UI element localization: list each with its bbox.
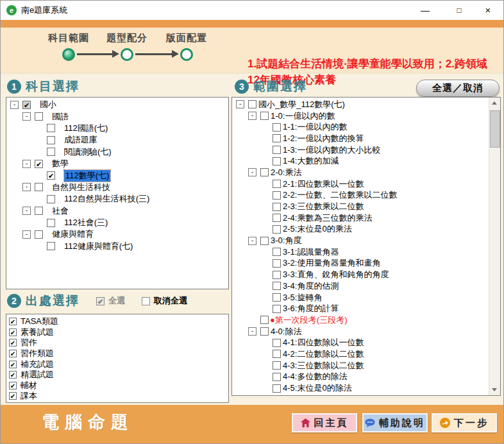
source-checkbox[interactable]: ✔	[9, 371, 17, 379]
tree-checkbox[interactable]	[273, 384, 281, 393]
tree-node-label[interactable]: 3-2:使用量角器量角和畫角	[283, 257, 380, 269]
select-all-toggle-button[interactable]: 全選／取消	[416, 80, 500, 97]
expand-collapse-icon[interactable]: -	[22, 112, 31, 121]
tree-checkbox[interactable]	[47, 219, 55, 227]
tree-node[interactable]: 1-4:大數的加減	[233, 155, 489, 167]
expand-collapse-icon[interactable]: -	[248, 327, 256, 336]
tree-node-label[interactable]: 數學	[52, 158, 69, 169]
help-button[interactable]: 輔助說明	[362, 413, 428, 432]
tree-checkbox[interactable]	[273, 191, 281, 200]
expand-collapse-icon[interactable]: -	[248, 237, 256, 245]
tree-node[interactable]: -社會	[8, 205, 228, 217]
scrollbar-thumb[interactable]	[490, 110, 500, 148]
tree-checkbox[interactable]	[273, 203, 281, 211]
tree-checkbox[interactable]	[260, 237, 269, 245]
tree-node-label[interactable]: 4-3:三位數除以二位數	[283, 360, 364, 371]
tree-checkbox[interactable]	[273, 373, 281, 381]
tree-node-label[interactable]: 112國語(七)	[64, 123, 108, 134]
minimize-button[interactable]: —	[414, 1, 436, 20]
tree-node[interactable]: -3-0:角度	[233, 235, 489, 246]
tree-node[interactable]: 3-5:旋轉角	[233, 292, 489, 303]
tree-node-label[interactable]: 1-1:一億以內的數	[283, 121, 347, 133]
tree-node-label[interactable]: 3-0:角度	[271, 235, 301, 246]
tree-node[interactable]: 2-1:四位數乘以一位數	[233, 178, 489, 190]
tree-checkbox[interactable]	[273, 248, 281, 256]
tree-node-label[interactable]: 自然與生活科技	[52, 182, 110, 193]
tree-node[interactable]: 3-1:認識量角器	[233, 246, 489, 258]
tree-node-label[interactable]: 4-0:除法	[271, 326, 301, 337]
tree-node[interactable]: -1-0:一億以內的數	[233, 110, 489, 122]
tree-node[interactable]: 112自然與生活科技(三)	[8, 193, 228, 205]
tree-node[interactable]: 2-5:末位是0的乘法	[233, 224, 489, 235]
tree-node-label[interactable]: 4-2:二位數除以二位數	[283, 348, 364, 360]
select-all-checkbox-icon[interactable]: ✔	[96, 297, 105, 305]
source-list-item[interactable]: ✔補充試題	[8, 359, 228, 370]
tree-node[interactable]: 1-2:一億以內數的換算	[233, 133, 489, 144]
tree-checkbox[interactable]	[35, 207, 43, 215]
tree-node-label[interactable]: 社會	[52, 205, 69, 217]
tree-node[interactable]: ✔112數學(七)	[8, 169, 228, 181]
tree-checkbox[interactable]: ✔	[22, 101, 31, 109]
source-checkbox[interactable]: ✔	[9, 392, 17, 400]
source-checkbox[interactable]: ✔	[9, 339, 17, 346]
tree-node-label[interactable]: 1-2:一億以內數的換算	[283, 133, 364, 144]
tree-node-label[interactable]: 112社會(三)	[64, 217, 108, 228]
source-list-item[interactable]: ✔習作	[8, 337, 228, 348]
next-step-button[interactable]: 下一步	[432, 413, 497, 432]
expand-collapse-icon[interactable]: -	[248, 168, 256, 176]
source-list-item[interactable]: ✔輔材	[8, 380, 228, 391]
scroll-up-icon[interactable]	[489, 98, 500, 108]
tree-checkbox[interactable]: ✔	[47, 171, 55, 180]
tree-node[interactable]: 3-3:直角、銳角和鈍角的角度	[233, 269, 489, 280]
tree-checkbox[interactable]	[47, 242, 55, 250]
tree-node[interactable]: 1-1:一億以內的數	[233, 121, 489, 133]
tree-checkbox[interactable]	[273, 134, 281, 142]
tree-checkbox[interactable]	[35, 183, 43, 191]
tree-checkbox[interactable]	[47, 148, 55, 156]
tree-node[interactable]: -4-0:除法	[233, 326, 489, 337]
tree-checkbox[interactable]	[273, 271, 281, 279]
tree-node[interactable]: 4-1:四位數除以一位數	[233, 337, 489, 348]
tree-checkbox[interactable]	[273, 123, 281, 132]
tree-node[interactable]: 112健康與體育(七)	[8, 241, 228, 252]
tree-node-label[interactable]: 2-5:末位是0的乘法	[283, 223, 352, 235]
tree-node-label[interactable]: ●第一次段考(三段考)	[270, 314, 348, 326]
tree-node-label[interactable]: 1-0:一億以內的數	[271, 110, 335, 122]
tree-node[interactable]: -國小_數學_112數學(七)	[233, 99, 489, 110]
source-checkbox[interactable]: ✔	[9, 318, 17, 325]
tree-node[interactable]: -自然與生活科技	[8, 182, 228, 193]
tree-node[interactable]: 閱讀測驗(七)	[8, 146, 228, 158]
tree-node-label[interactable]: 2-4:乘數為三位數的乘法	[283, 212, 372, 224]
source-checkbox[interactable]: ✔	[9, 361, 17, 368]
tree-checkbox[interactable]	[248, 100, 256, 108]
source-list-item[interactable]: ✔習作類題	[8, 348, 228, 359]
scroll-down-icon[interactable]	[489, 384, 500, 395]
expand-collapse-icon[interactable]: -	[248, 112, 256, 120]
expand-collapse-icon[interactable]: -	[22, 230, 31, 239]
tree-node-label[interactable]: 國小	[40, 99, 56, 110]
source-list-item[interactable]: ✔精選試題	[8, 370, 228, 380]
tree-node[interactable]: -✔國小	[8, 99, 228, 110]
tree-node[interactable]: -國語	[8, 110, 228, 122]
tree-checkbox[interactable]	[35, 112, 43, 121]
source-list-item[interactable]: ✔課本	[8, 391, 228, 402]
tree-node[interactable]: -2-0:乘法	[233, 167, 489, 178]
maximize-button[interactable]: □	[448, 1, 470, 20]
tree-node-label[interactable]: 健康與體育	[52, 228, 94, 240]
tree-node[interactable]: -健康與體育	[8, 228, 228, 240]
tree-node-label[interactable]: 國語	[52, 111, 69, 123]
tree-node-label[interactable]: 2-1:四位數乘以一位數	[283, 178, 364, 190]
tree-checkbox[interactable]	[273, 180, 281, 188]
tree-checkbox[interactable]	[273, 282, 281, 290]
tree-node[interactable]: 1-3:一億以內數的大小比較	[233, 144, 489, 156]
tree-node-label[interactable]: 3-1:認識量角器	[283, 246, 339, 258]
tree-checkbox[interactable]	[273, 305, 281, 313]
source-checkbox[interactable]: ✔	[9, 382, 17, 389]
tree-node-label[interactable]: 閱讀測驗(七)	[64, 146, 112, 158]
tree-node[interactable]: 4-4:多位數的除法	[233, 371, 489, 383]
tree-checkbox[interactable]	[273, 157, 281, 166]
tree-node[interactable]: 2-4:乘數為三位數的乘法	[233, 212, 489, 224]
tree-node-label[interactable]: 3-6:角度的計算	[283, 303, 339, 314]
tree-node[interactable]: -✔數學	[8, 158, 228, 169]
tree-checkbox[interactable]	[273, 350, 281, 358]
